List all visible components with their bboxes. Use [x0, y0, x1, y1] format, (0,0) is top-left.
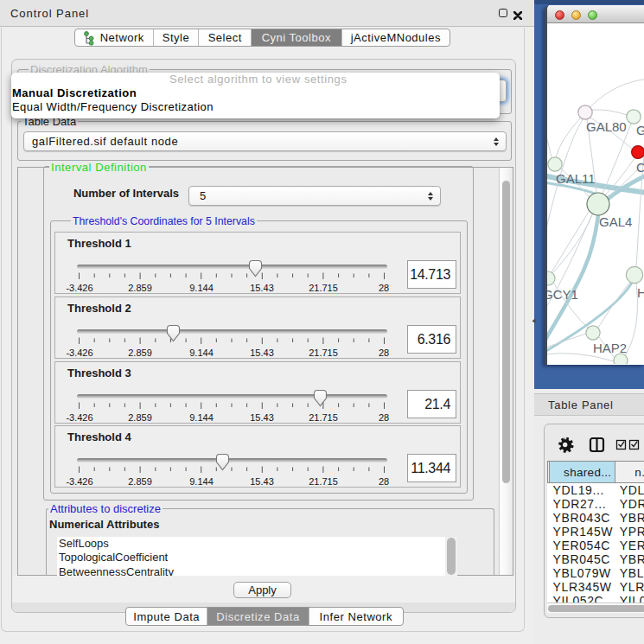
svg-text:GAL80: GAL80: [586, 119, 627, 134]
svg-text:G.: G.: [636, 123, 644, 137]
svg-text:GCY1: GCY1: [547, 287, 578, 302]
svg-text:GAL11: GAL11: [556, 171, 596, 186]
svg-text:H: H: [637, 285, 644, 300]
svg-text:C: C: [636, 160, 644, 175]
svg-text:HAP2: HAP2: [593, 341, 627, 355]
svg-text:GAL4: GAL4: [599, 214, 632, 229]
